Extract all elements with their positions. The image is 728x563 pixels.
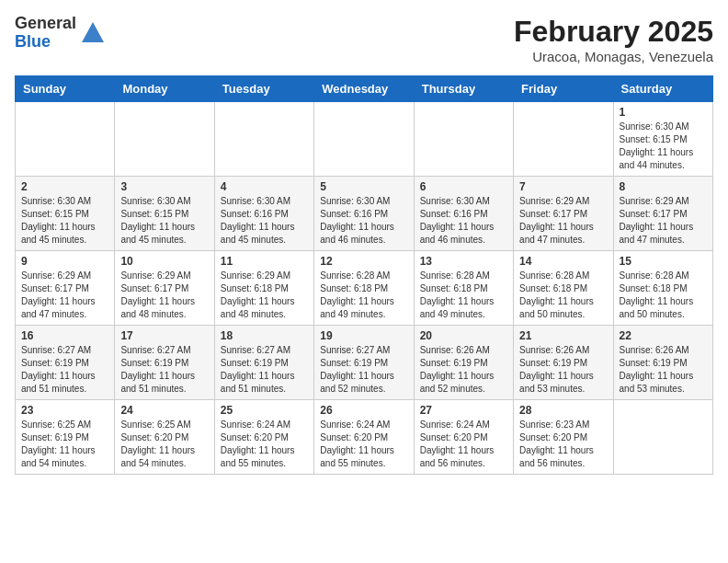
- day-info: Sunrise: 6:29 AM Sunset: 6:17 PM Dayligh…: [519, 195, 607, 247]
- calendar-cell: 14Sunrise: 6:28 AM Sunset: 6:18 PM Dayli…: [514, 251, 613, 326]
- calendar-cell: 28Sunrise: 6:23 AM Sunset: 6:20 PM Dayli…: [514, 400, 613, 475]
- calendar-cell: [414, 102, 513, 177]
- calendar-cell: 10Sunrise: 6:29 AM Sunset: 6:17 PM Dayli…: [115, 251, 214, 326]
- day-info: Sunrise: 6:30 AM Sunset: 6:16 PM Dayligh…: [221, 195, 308, 247]
- calendar-cell: 2Sunrise: 6:30 AM Sunset: 6:15 PM Daylig…: [16, 177, 115, 251]
- day-number: 11: [221, 255, 308, 268]
- calendar-cell: 21Sunrise: 6:26 AM Sunset: 6:19 PM Dayli…: [514, 326, 613, 400]
- day-number: 3: [120, 180, 208, 193]
- calendar-cell: 1Sunrise: 6:30 AM Sunset: 6:15 PM Daylig…: [613, 102, 712, 177]
- weekday-header-row: SundayMondayTuesdayWednesdayThursdayFrid…: [16, 76, 713, 102]
- calendar-week-row: 16Sunrise: 6:27 AM Sunset: 6:19 PM Dayli…: [16, 326, 713, 400]
- day-number: 9: [21, 255, 108, 268]
- logo-blue-text: Blue: [15, 33, 76, 52]
- day-number: 17: [120, 329, 208, 342]
- calendar-cell: [214, 102, 313, 177]
- day-number: 7: [519, 180, 607, 193]
- day-info: Sunrise: 6:29 AM Sunset: 6:17 PM Dayligh…: [21, 270, 108, 321]
- day-info: Sunrise: 6:24 AM Sunset: 6:20 PM Dayligh…: [320, 419, 407, 470]
- calendar-week-row: 2Sunrise: 6:30 AM Sunset: 6:15 PM Daylig…: [16, 177, 713, 251]
- day-info: Sunrise: 6:28 AM Sunset: 6:18 PM Dayligh…: [320, 270, 407, 321]
- calendar-table: SundayMondayTuesdayWednesdayThursdayFrid…: [15, 75, 713, 475]
- day-number: 22: [620, 329, 707, 342]
- day-info: Sunrise: 6:24 AM Sunset: 6:20 PM Dayligh…: [420, 419, 507, 470]
- day-number: 20: [420, 329, 507, 342]
- day-number: 16: [21, 329, 108, 342]
- day-info: Sunrise: 6:27 AM Sunset: 6:19 PM Dayligh…: [21, 344, 108, 396]
- day-number: 13: [420, 255, 507, 268]
- day-info: Sunrise: 6:30 AM Sunset: 6:15 PM Dayligh…: [620, 121, 707, 172]
- calendar-week-row: 23Sunrise: 6:25 AM Sunset: 6:19 PM Dayli…: [16, 400, 713, 475]
- calendar-week-row: 1Sunrise: 6:30 AM Sunset: 6:15 PM Daylig…: [16, 102, 713, 177]
- day-number: 14: [519, 255, 607, 268]
- day-number: 8: [620, 180, 707, 193]
- day-info: Sunrise: 6:30 AM Sunset: 6:15 PM Dayligh…: [21, 195, 108, 247]
- day-number: 23: [21, 404, 108, 417]
- day-info: Sunrise: 6:26 AM Sunset: 6:19 PM Dayligh…: [519, 344, 607, 396]
- day-number: 12: [320, 255, 407, 268]
- day-info: Sunrise: 6:30 AM Sunset: 6:16 PM Dayligh…: [320, 195, 407, 247]
- day-info: Sunrise: 6:29 AM Sunset: 6:18 PM Dayligh…: [221, 270, 308, 321]
- logo-general-text: General: [15, 15, 76, 33]
- calendar-cell: 24Sunrise: 6:25 AM Sunset: 6:20 PM Dayli…: [115, 400, 214, 475]
- day-number: 28: [519, 404, 607, 417]
- day-info: Sunrise: 6:23 AM Sunset: 6:20 PM Dayligh…: [519, 419, 607, 470]
- calendar-cell: 6Sunrise: 6:30 AM Sunset: 6:16 PM Daylig…: [414, 177, 513, 251]
- day-info: Sunrise: 6:27 AM Sunset: 6:19 PM Dayligh…: [221, 344, 308, 396]
- day-info: Sunrise: 6:30 AM Sunset: 6:16 PM Dayligh…: [420, 195, 507, 247]
- day-number: 19: [320, 329, 407, 342]
- day-number: 27: [420, 404, 507, 417]
- day-info: Sunrise: 6:29 AM Sunset: 6:17 PM Dayligh…: [620, 195, 707, 247]
- calendar-cell: 25Sunrise: 6:24 AM Sunset: 6:20 PM Dayli…: [214, 400, 313, 475]
- calendar-cell: [613, 400, 712, 475]
- day-info: Sunrise: 6:28 AM Sunset: 6:18 PM Dayligh…: [519, 270, 607, 321]
- calendar-cell: 9Sunrise: 6:29 AM Sunset: 6:17 PM Daylig…: [16, 251, 115, 326]
- calendar-cell: 5Sunrise: 6:30 AM Sunset: 6:16 PM Daylig…: [314, 177, 414, 251]
- day-number: 25: [221, 404, 308, 417]
- day-info: Sunrise: 6:25 AM Sunset: 6:19 PM Dayligh…: [21, 419, 108, 470]
- weekday-header-monday: Monday: [115, 76, 214, 102]
- calendar-cell: 4Sunrise: 6:30 AM Sunset: 6:16 PM Daylig…: [214, 177, 313, 251]
- page-header: General Blue February 2025 Uracoa, Monag…: [15, 15, 713, 64]
- day-info: Sunrise: 6:28 AM Sunset: 6:18 PM Dayligh…: [620, 270, 707, 321]
- day-info: Sunrise: 6:25 AM Sunset: 6:20 PM Dayligh…: [120, 419, 208, 470]
- calendar-cell: 19Sunrise: 6:27 AM Sunset: 6:19 PM Dayli…: [314, 326, 414, 400]
- day-number: 2: [21, 180, 108, 193]
- day-info: Sunrise: 6:28 AM Sunset: 6:18 PM Dayligh…: [420, 270, 507, 321]
- day-number: 24: [120, 404, 208, 417]
- weekday-header-friday: Friday: [514, 76, 613, 102]
- day-info: Sunrise: 6:26 AM Sunset: 6:19 PM Dayligh…: [620, 344, 707, 396]
- weekday-header-tuesday: Tuesday: [214, 76, 313, 102]
- calendar-cell: 23Sunrise: 6:25 AM Sunset: 6:19 PM Dayli…: [16, 400, 115, 475]
- calendar-cell: [514, 102, 613, 177]
- calendar-cell: 22Sunrise: 6:26 AM Sunset: 6:19 PM Dayli…: [613, 326, 712, 400]
- calendar-cell: 20Sunrise: 6:26 AM Sunset: 6:19 PM Dayli…: [414, 326, 513, 400]
- calendar-cell: [314, 102, 414, 177]
- day-number: 1: [620, 106, 707, 119]
- day-info: Sunrise: 6:24 AM Sunset: 6:20 PM Dayligh…: [221, 419, 308, 470]
- title-block: February 2025 Uracoa, Monagas, Venezuela: [514, 15, 713, 64]
- calendar-cell: 16Sunrise: 6:27 AM Sunset: 6:19 PM Dayli…: [16, 326, 115, 400]
- day-number: 4: [221, 180, 308, 193]
- day-number: 5: [320, 180, 407, 193]
- day-info: Sunrise: 6:30 AM Sunset: 6:15 PM Dayligh…: [120, 195, 208, 247]
- calendar-cell: 17Sunrise: 6:27 AM Sunset: 6:19 PM Dayli…: [115, 326, 214, 400]
- weekday-header-wednesday: Wednesday: [314, 76, 414, 102]
- location-subtitle: Uracoa, Monagas, Venezuela: [514, 49, 713, 64]
- day-number: 26: [320, 404, 407, 417]
- day-number: 18: [221, 329, 308, 342]
- day-info: Sunrise: 6:29 AM Sunset: 6:17 PM Dayligh…: [120, 270, 208, 321]
- calendar-week-row: 9Sunrise: 6:29 AM Sunset: 6:17 PM Daylig…: [16, 251, 713, 326]
- calendar-cell: [16, 102, 115, 177]
- day-number: 15: [620, 255, 707, 268]
- day-number: 10: [120, 255, 208, 268]
- calendar-cell: 18Sunrise: 6:27 AM Sunset: 6:19 PM Dayli…: [214, 326, 313, 400]
- calendar-cell: 12Sunrise: 6:28 AM Sunset: 6:18 PM Dayli…: [314, 251, 414, 326]
- calendar-cell: 27Sunrise: 6:24 AM Sunset: 6:20 PM Dayli…: [414, 400, 513, 475]
- calendar-cell: 7Sunrise: 6:29 AM Sunset: 6:17 PM Daylig…: [514, 177, 613, 251]
- day-number: 6: [420, 180, 507, 193]
- calendar-cell: 11Sunrise: 6:29 AM Sunset: 6:18 PM Dayli…: [214, 251, 313, 326]
- day-info: Sunrise: 6:27 AM Sunset: 6:19 PM Dayligh…: [320, 344, 407, 396]
- weekday-header-saturday: Saturday: [613, 76, 712, 102]
- calendar-cell: 13Sunrise: 6:28 AM Sunset: 6:18 PM Dayli…: [414, 251, 513, 326]
